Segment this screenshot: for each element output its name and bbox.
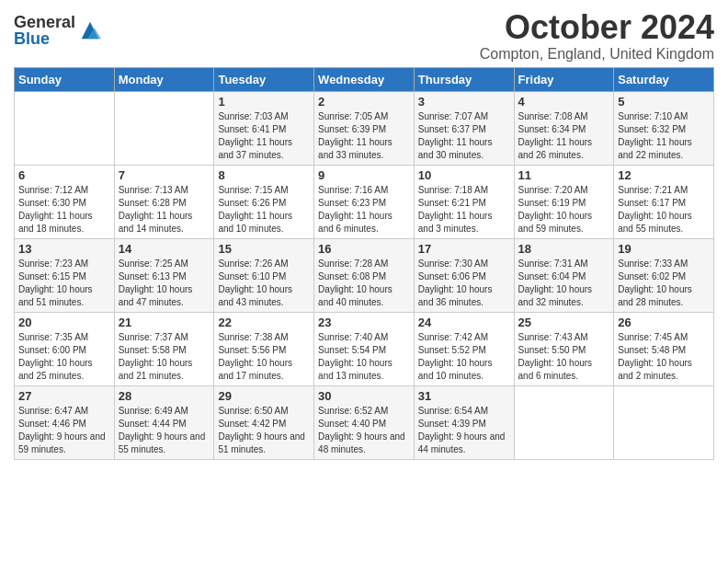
day-number: 24: [418, 316, 510, 329]
calendar-cell: 15Sunrise: 7:26 AMSunset: 6:10 PMDayligh…: [214, 238, 314, 312]
calendar-cell: 5Sunrise: 7:10 AMSunset: 6:32 PMDaylight…: [614, 91, 714, 165]
day-content: Sunrise: 7:25 AMSunset: 6:13 PMDaylight:…: [119, 258, 210, 309]
month-title: October 2024: [480, 9, 714, 46]
calendar-cell: 30Sunrise: 6:52 AMSunset: 4:40 PMDayligh…: [314, 385, 415, 459]
calendar-cell: 19Sunrise: 7:33 AMSunset: 6:02 PMDayligh…: [614, 238, 714, 312]
day-content: Sunrise: 7:26 AMSunset: 6:10 PMDaylight:…: [218, 258, 310, 309]
day-number: 22: [218, 316, 310, 329]
day-number: 10: [418, 168, 510, 182]
calendar-cell: 12Sunrise: 7:21 AMSunset: 6:17 PMDayligh…: [614, 165, 714, 238]
calendar-cell: 18Sunrise: 7:31 AMSunset: 6:04 PMDayligh…: [514, 238, 614, 312]
calendar-cell: [114, 91, 214, 165]
day-content: Sunrise: 7:35 AMSunset: 6:00 PMDaylight:…: [18, 331, 110, 383]
day-number: 14: [119, 242, 210, 256]
day-content: Sunrise: 7:37 AMSunset: 5:58 PMDaylight:…: [119, 331, 210, 383]
calendar-cell: 8Sunrise: 7:15 AMSunset: 6:26 PMDaylight…: [214, 165, 314, 238]
day-number: 6: [18, 168, 110, 182]
calendar-cell: 23Sunrise: 7:40 AMSunset: 5:54 PMDayligh…: [314, 312, 415, 385]
calendar-cell: [15, 91, 115, 165]
calendar-week-row: 13Sunrise: 7:23 AMSunset: 6:15 PMDayligh…: [15, 238, 714, 312]
day-number: 8: [218, 168, 310, 182]
day-number: 18: [518, 242, 610, 256]
calendar-cell: [514, 385, 614, 459]
day-content: Sunrise: 7:33 AMSunset: 6:02 PMDaylight:…: [618, 258, 710, 309]
day-content: Sunrise: 6:49 AMSunset: 4:44 PMDaylight:…: [119, 405, 210, 456]
day-content: Sunrise: 7:31 AMSunset: 6:04 PMDaylight:…: [518, 258, 610, 309]
day-number: 19: [618, 242, 710, 256]
day-content: Sunrise: 7:20 AMSunset: 6:19 PMDaylight:…: [518, 184, 610, 236]
day-number: 9: [318, 168, 410, 182]
day-content: Sunrise: 6:47 AMSunset: 4:46 PMDaylight:…: [18, 405, 110, 456]
day-number: 3: [418, 95, 510, 109]
day-content: Sunrise: 7:23 AMSunset: 6:15 PMDaylight:…: [18, 258, 110, 309]
day-content: Sunrise: 7:05 AMSunset: 6:39 PMDaylight:…: [318, 110, 410, 162]
day-content: Sunrise: 7:45 AMSunset: 5:48 PMDaylight:…: [618, 331, 710, 383]
day-content: Sunrise: 7:16 AMSunset: 6:23 PMDaylight:…: [318, 184, 410, 236]
day-number: 17: [418, 242, 510, 256]
day-content: Sunrise: 7:10 AMSunset: 6:32 PMDaylight:…: [618, 110, 710, 162]
day-number: 31: [418, 389, 510, 403]
day-content: Sunrise: 7:28 AMSunset: 6:08 PMDaylight:…: [318, 258, 410, 309]
day-content: Sunrise: 7:21 AMSunset: 6:17 PMDaylight:…: [618, 184, 710, 236]
day-number: 13: [18, 242, 110, 256]
header-tuesday: Tuesday: [214, 67, 314, 91]
calendar-cell: 29Sunrise: 6:50 AMSunset: 4:42 PMDayligh…: [214, 385, 314, 459]
calendar-cell: 9Sunrise: 7:16 AMSunset: 6:23 PMDaylight…: [314, 165, 415, 238]
logo-text: General Blue: [14, 14, 75, 47]
calendar-cell: 13Sunrise: 7:23 AMSunset: 6:15 PMDayligh…: [15, 238, 115, 312]
calendar-cell: 16Sunrise: 7:28 AMSunset: 6:08 PMDayligh…: [314, 238, 415, 312]
calendar-cell: 11Sunrise: 7:20 AMSunset: 6:19 PMDayligh…: [514, 165, 614, 238]
day-content: Sunrise: 7:43 AMSunset: 5:50 PMDaylight:…: [518, 331, 610, 383]
day-number: 27: [18, 389, 110, 403]
calendar-cell: 21Sunrise: 7:37 AMSunset: 5:58 PMDayligh…: [114, 312, 214, 385]
day-number: 23: [318, 316, 410, 329]
logo-icon: [77, 17, 103, 43]
calendar-cell: 31Sunrise: 6:54 AMSunset: 4:39 PMDayligh…: [414, 385, 514, 459]
calendar-cell: 2Sunrise: 7:05 AMSunset: 6:39 PMDaylight…: [314, 91, 415, 165]
calendar-cell: 7Sunrise: 7:13 AMSunset: 6:28 PMDaylight…: [114, 165, 214, 238]
calendar-cell: 6Sunrise: 7:12 AMSunset: 6:30 PMDaylight…: [15, 165, 115, 238]
day-number: 4: [518, 95, 610, 109]
calendar-cell: [614, 385, 714, 459]
header-friday: Friday: [514, 67, 614, 91]
calendar-cell: 27Sunrise: 6:47 AMSunset: 4:46 PMDayligh…: [15, 385, 115, 459]
calendar-cell: 10Sunrise: 7:18 AMSunset: 6:21 PMDayligh…: [414, 165, 514, 238]
calendar-cell: 20Sunrise: 7:35 AMSunset: 6:00 PMDayligh…: [15, 312, 115, 385]
day-number: 5: [618, 95, 710, 109]
day-content: Sunrise: 7:40 AMSunset: 5:54 PMDaylight:…: [318, 331, 410, 383]
calendar-cell: 3Sunrise: 7:07 AMSunset: 6:37 PMDaylight…: [414, 91, 514, 165]
calendar-cell: 14Sunrise: 7:25 AMSunset: 6:13 PMDayligh…: [114, 238, 214, 312]
day-number: 16: [318, 242, 410, 256]
day-number: 11: [518, 168, 610, 182]
header-thursday: Thursday: [414, 67, 514, 91]
calendar-header-row: SundayMondayTuesdayWednesdayThursdayFrid…: [15, 67, 714, 91]
calendar-week-row: 6Sunrise: 7:12 AMSunset: 6:30 PMDaylight…: [15, 165, 714, 238]
day-content: Sunrise: 7:42 AMSunset: 5:52 PMDaylight:…: [418, 331, 510, 383]
header-wednesday: Wednesday: [314, 67, 415, 91]
calendar-cell: 17Sunrise: 7:30 AMSunset: 6:06 PMDayligh…: [414, 238, 514, 312]
day-content: Sunrise: 7:08 AMSunset: 6:34 PMDaylight:…: [518, 110, 610, 162]
day-number: 29: [218, 389, 310, 403]
calendar-cell: 4Sunrise: 7:08 AMSunset: 6:34 PMDaylight…: [514, 91, 614, 165]
day-number: 15: [218, 242, 310, 256]
logo: General Blue: [14, 14, 103, 47]
day-content: Sunrise: 7:15 AMSunset: 6:26 PMDaylight:…: [218, 184, 310, 236]
day-number: 7: [119, 168, 210, 182]
day-number: 21: [119, 316, 210, 329]
calendar-cell: 26Sunrise: 7:45 AMSunset: 5:48 PMDayligh…: [614, 312, 714, 385]
calendar-cell: 24Sunrise: 7:42 AMSunset: 5:52 PMDayligh…: [414, 312, 514, 385]
day-number: 30: [318, 389, 410, 403]
day-number: 20: [18, 316, 110, 329]
calendar-table: SundayMondayTuesdayWednesdayThursdayFrid…: [14, 67, 714, 460]
title-block: October 2024 Compton, England, United Ki…: [480, 9, 714, 63]
calendar-week-row: 27Sunrise: 6:47 AMSunset: 4:46 PMDayligh…: [15, 385, 714, 459]
day-content: Sunrise: 7:13 AMSunset: 6:28 PMDaylight:…: [119, 184, 210, 236]
location: Compton, England, United Kingdom: [480, 46, 714, 63]
calendar-cell: 25Sunrise: 7:43 AMSunset: 5:50 PMDayligh…: [514, 312, 614, 385]
day-content: Sunrise: 7:12 AMSunset: 6:30 PMDaylight:…: [18, 184, 110, 236]
day-content: Sunrise: 6:54 AMSunset: 4:39 PMDaylight:…: [418, 405, 510, 456]
day-number: 26: [618, 316, 710, 329]
day-content: Sunrise: 7:03 AMSunset: 6:41 PMDaylight:…: [218, 110, 310, 162]
logo-general: General: [14, 14, 75, 30]
calendar-cell: 28Sunrise: 6:49 AMSunset: 4:44 PMDayligh…: [114, 385, 214, 459]
